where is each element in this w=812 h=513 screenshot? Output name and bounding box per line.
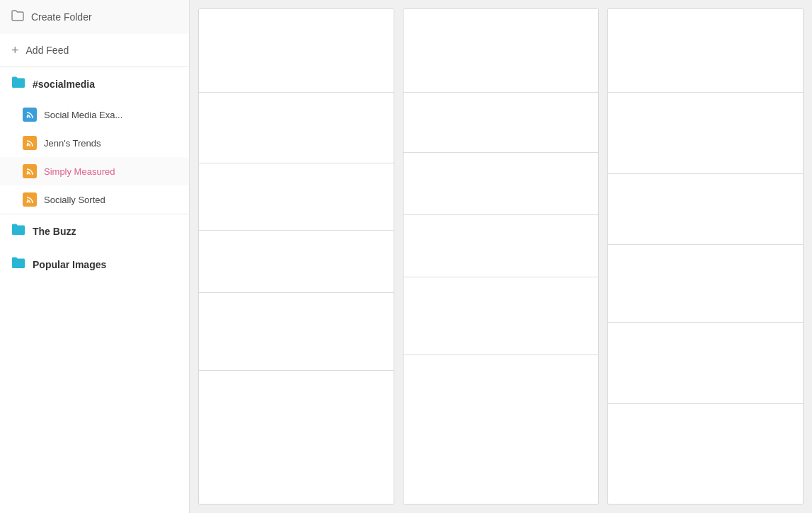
content-column-1: [198, 8, 394, 505]
card-3-2: [608, 93, 803, 174]
card-1-1: [199, 9, 394, 93]
feed-label-social-media-exa: Social Media Exa...: [44, 110, 122, 120]
card-2-1: [404, 9, 598, 93]
folder-blue-icon: [11, 76, 25, 92]
plus-icon: +: [11, 44, 19, 57]
feed-item-jenns-trends[interactable]: Jenn's Trends: [0, 129, 189, 157]
feed-item-socially-sorted[interactable]: Socially Sorted: [0, 185, 189, 214]
folder-blue-icon-2: [11, 223, 25, 239]
rss-icon-orange-3: [23, 192, 37, 207]
card-1-6: [199, 371, 394, 445]
feed-label-simply-measured: Simply Measured: [44, 166, 115, 177]
add-feed-button[interactable]: + Add Feed: [0, 34, 189, 67]
card-3-4: [608, 245, 803, 323]
folder-blue-icon-3: [11, 256, 25, 272]
svg-point-1: [27, 144, 29, 146]
create-folder-label: Create Folder: [31, 11, 92, 23]
card-2-2: [404, 93, 598, 153]
feed-label-socially-sorted: Socially Sorted: [44, 195, 105, 205]
popular-images-label: Popular Images: [33, 259, 106, 270]
sidebar-item-the-buzz[interactable]: The Buzz: [0, 214, 189, 248]
create-folder-button[interactable]: Create Folder: [0, 0, 189, 34]
content-column-2: [403, 8, 599, 505]
sidebar-item-popular-images[interactable]: Popular Images: [0, 248, 189, 281]
svg-point-2: [27, 173, 29, 175]
the-buzz-label: The Buzz: [33, 226, 76, 237]
sidebar: Create Folder + Add Feed #socialmedia So…: [0, 0, 190, 513]
card-3-3: [608, 174, 803, 245]
card-3-1: [608, 9, 803, 93]
card-3-5: [608, 323, 803, 404]
add-feed-label: Add Feed: [26, 45, 69, 56]
card-1-4: [199, 231, 394, 293]
rss-icon-orange-2: [23, 164, 37, 178]
feed-label-jenns-trends: Jenn's Trends: [44, 138, 101, 149]
rss-icon-orange-1: [23, 136, 37, 150]
svg-point-0: [27, 116, 29, 118]
card-1-5: [199, 293, 394, 371]
content-column-3: [607, 8, 804, 505]
feed-item-simply-measured[interactable]: Simply Measured: [0, 157, 189, 185]
card-1-2: [199, 93, 394, 163]
card-3-6: [608, 404, 803, 475]
rss-icon-blue: [23, 108, 37, 122]
card-2-4: [404, 215, 598, 277]
sidebar-item-socialmedia[interactable]: #socialmedia: [0, 67, 189, 100]
card-2-5: [404, 277, 598, 355]
card-1-3: [199, 163, 394, 231]
svg-point-3: [27, 201, 29, 203]
card-2-6: [404, 355, 598, 437]
folder-icon: [11, 10, 24, 24]
feed-item-social-media-exa[interactable]: Social Media Exa...: [0, 100, 189, 129]
main-content: [190, 0, 812, 513]
socialmedia-folder-label: #socialmedia: [33, 79, 95, 90]
card-2-3: [404, 153, 598, 215]
